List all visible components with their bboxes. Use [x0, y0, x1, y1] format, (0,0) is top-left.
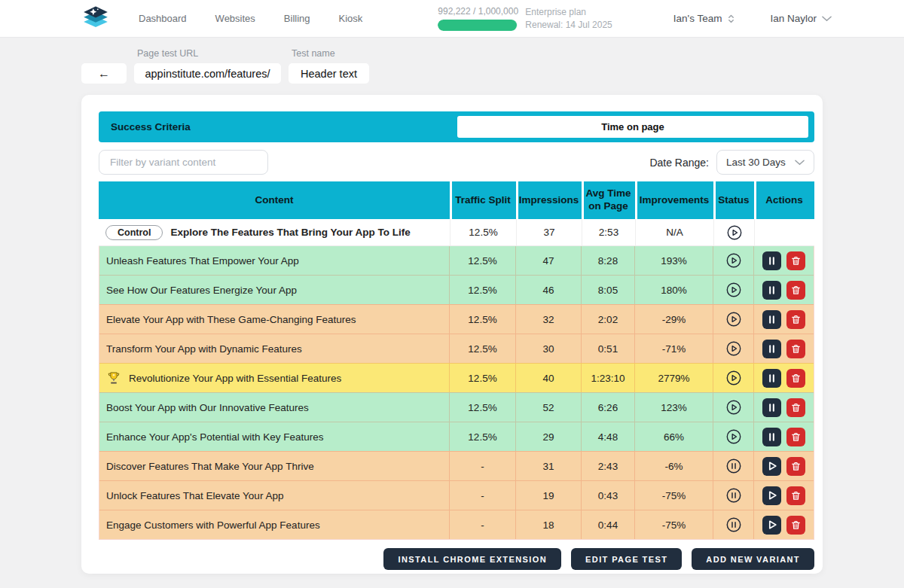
- variant-traffic-split-cell: 12.5%: [449, 305, 515, 334]
- usage-progress-bar: [438, 20, 518, 31]
- variant-content-text: Revolutionize Your App with Essential Fe…: [129, 373, 341, 384]
- pause-variant-button[interactable]: [762, 369, 781, 388]
- pause-variant-button[interactable]: [762, 281, 781, 300]
- variant-actions-cell: [753, 481, 814, 510]
- chevron-down-icon: [822, 16, 832, 22]
- variant-impressions-cell: 47: [515, 246, 581, 275]
- delete-variant-button[interactable]: [786, 486, 805, 505]
- variant-impressions-cell: 52: [515, 393, 581, 422]
- variant-avg-time-cell: 0:51: [581, 334, 634, 363]
- header-actions: Actions: [754, 181, 814, 219]
- variant-traffic-split-cell: 12.5%: [449, 422, 515, 451]
- variant-improvement-cell: 123%: [634, 393, 713, 422]
- pause-variant-button[interactable]: [762, 428, 781, 446]
- variant-content-text: Engage Customers with Powerful App Featu…: [106, 519, 320, 531]
- variant-row: Unleash Features That Empower Your App12…: [99, 246, 814, 275]
- variant-content-cell: See How Our Features Energize Your App: [99, 276, 449, 304]
- url-label: Page test URL: [134, 48, 281, 59]
- app-logo[interactable]: [81, 5, 110, 32]
- page-test-url-input[interactable]: appinstitute.com/features/: [134, 63, 281, 84]
- nav-item-kiosk[interactable]: Kiosk: [339, 13, 363, 24]
- nav-item-dashboard[interactable]: Dashboard: [139, 13, 187, 24]
- resume-variant-button[interactable]: [762, 516, 781, 535]
- control-status-cell: [713, 219, 754, 245]
- test-name-input[interactable]: Header text: [289, 63, 369, 84]
- delete-variant-button[interactable]: [786, 516, 805, 535]
- nav-item-websites[interactable]: Websites: [215, 13, 255, 24]
- pause-variant-button[interactable]: [762, 398, 781, 417]
- variant-row: Elevate Your App with These Game-Changin…: [99, 304, 814, 334]
- top-navbar: Dashboard Websites Billing Kiosk 992,222…: [0, 0, 904, 38]
- success-criteria-value: Time on page: [457, 116, 808, 138]
- variant-improvement-cell: -75%: [634, 510, 713, 539]
- variant-avg-time-cell: 4:48: [581, 422, 634, 451]
- winner-trophy-icon: [106, 370, 121, 385]
- control-improvement: N/A: [635, 219, 713, 245]
- usage-count: 992,222 / 1,000,000: [438, 6, 518, 17]
- play-circle-icon: [725, 428, 742, 445]
- install-chrome-extension-button[interactable]: INSTALL CHROME EXTENSION: [383, 548, 561, 570]
- main-nav: Dashboard Websites Billing Kiosk: [139, 13, 362, 24]
- nav-item-billing[interactable]: Billing: [284, 13, 310, 24]
- resume-variant-button[interactable]: [762, 486, 781, 505]
- team-selector[interactable]: Ian's Team: [673, 13, 736, 24]
- table-header: Content Traffic Split Impressions Avg Ti…: [99, 181, 814, 219]
- back-button[interactable]: ←: [81, 63, 127, 84]
- variant-status-cell: [713, 422, 753, 451]
- filter-row: Date Range: Last 30 Days: [99, 150, 814, 175]
- variant-improvement-cell: -75%: [634, 481, 713, 510]
- play-circle-icon: [725, 340, 742, 357]
- variant-improvement-cell: -71%: [634, 334, 713, 363]
- variant-status-cell: [713, 276, 753, 304]
- pause-variant-button[interactable]: [762, 310, 781, 329]
- chevron-down-icon: [795, 160, 805, 166]
- variant-row: Transform Your App with Dynamic Features…: [99, 334, 814, 363]
- success-criteria-label: Success Criteria: [111, 121, 457, 133]
- delete-variant-button[interactable]: [786, 457, 805, 476]
- control-traffic-split: 12.5%: [450, 219, 516, 245]
- delete-variant-button[interactable]: [786, 398, 805, 417]
- delete-variant-button[interactable]: [786, 281, 805, 300]
- variant-status-cell: [713, 246, 753, 275]
- control-row: Control Explore The Features That Bring …: [99, 219, 814, 246]
- date-range-value: Last 30 Days: [726, 157, 786, 168]
- user-menu[interactable]: Ian Naylor: [770, 13, 832, 24]
- variant-impressions-cell: 46: [515, 276, 581, 304]
- pause-circle-icon: [725, 458, 742, 474]
- updown-icon: [727, 14, 735, 24]
- play-circle-icon: [725, 282, 742, 298]
- resume-variant-button[interactable]: [762, 457, 781, 476]
- delete-variant-button[interactable]: [786, 428, 805, 446]
- variant-improvement-cell: -6%: [634, 452, 713, 480]
- header-impressions: Impressions: [516, 181, 582, 219]
- variant-avg-time-cell: 8:05: [581, 276, 634, 304]
- date-range-select[interactable]: Last 30 Days: [716, 150, 814, 175]
- variant-traffic-split-cell: 12.5%: [449, 276, 515, 304]
- delete-variant-button[interactable]: [786, 310, 805, 329]
- delete-variant-button[interactable]: [786, 251, 805, 270]
- variant-actions-cell: [753, 364, 814, 392]
- pause-variant-button[interactable]: [762, 340, 781, 358]
- header-traffic-split: Traffic Split: [450, 181, 516, 219]
- variant-row: Enhance Your App's Potential with Key Fe…: [99, 422, 814, 451]
- control-badge: Control: [105, 225, 163, 240]
- edit-page-test-button[interactable]: EDIT PAGE TEST: [571, 548, 682, 570]
- page-test-card: Success Criteria Time on page Date Range…: [81, 95, 823, 574]
- variant-traffic-split-cell: 12.5%: [449, 364, 515, 392]
- add-new-variant-button[interactable]: ADD NEW VARIANT: [692, 548, 814, 570]
- user-name: Ian Naylor: [770, 13, 817, 24]
- variant-actions-cell: [753, 334, 814, 363]
- pause-variant-button[interactable]: [762, 251, 781, 270]
- control-avg-time: 2:53: [582, 219, 635, 245]
- delete-variant-button[interactable]: [786, 340, 805, 358]
- delete-variant-button[interactable]: [786, 369, 805, 388]
- header-avg-time: Avg Time on Page: [582, 181, 635, 219]
- variant-impressions-cell: 40: [515, 364, 581, 392]
- variant-row: Revolutionize Your App with Essential Fe…: [99, 363, 814, 392]
- variant-improvement-cell: 66%: [634, 422, 713, 451]
- variant-avg-time-cell: 0:43: [581, 481, 634, 510]
- variant-content-cell: Unleash Features That Empower Your App: [99, 246, 449, 275]
- variant-filter-input[interactable]: [99, 150, 268, 175]
- play-circle-icon: [725, 311, 742, 328]
- variant-content-text: Elevate Your App with These Game-Changin…: [106, 314, 356, 325]
